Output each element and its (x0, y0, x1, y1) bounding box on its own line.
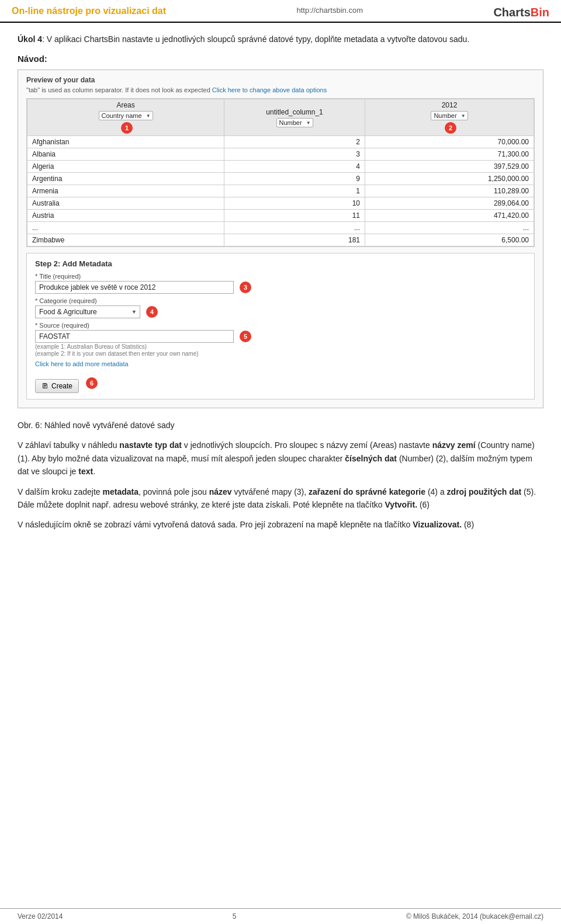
body-paragraph-3: V následujícím okně se zobrazí vámi vytv… (18, 518, 543, 531)
screenshot-box: Preview of your data "tab" is used as co… (18, 70, 543, 408)
table-cell: 181 (224, 234, 365, 246)
title-field-label: * Title (required) (35, 273, 526, 280)
source-field-label: * Source (required) (35, 322, 526, 329)
bold-3: číselných dat (345, 454, 397, 463)
preview-notice: "tab" is used as column separator. If it… (26, 86, 535, 93)
category-value: Food & Agriculture (39, 308, 97, 316)
category-input-wrap: Food & Agriculture 4 (35, 305, 526, 318)
table-cell: Afghanistan (27, 136, 224, 148)
table-cell: 289,064.00 (365, 197, 534, 210)
table-cell: 397,529.00 (365, 161, 534, 173)
bold-4: text (78, 467, 93, 476)
table-cell: 471,420.00 (365, 210, 534, 222)
bold-6: název (209, 487, 232, 496)
table-cell: 1,250,000.00 (365, 173, 534, 185)
preview-title: Preview of your data (26, 76, 535, 84)
bold-5: metadata (103, 487, 138, 496)
table-cell: ... (365, 222, 534, 234)
source-input[interactable]: FAOSTAT (35, 330, 234, 343)
col-2012-name: 2012 (442, 101, 458, 109)
header-title: On-line nástroje pro vizualizaci dat (12, 6, 166, 16)
table-cell: Argentina (27, 173, 224, 185)
task-label: Úkol 4 (18, 34, 42, 44)
table-cell: Australia (27, 197, 224, 210)
table-cell: 6,500.00 (365, 234, 534, 246)
bold-2: názvy zemí (432, 440, 476, 450)
data-table-wrap: Areas Country name 1 untitled_column_1 N… (26, 98, 535, 247)
table-row: Algeria4397,529.00 (27, 161, 534, 173)
table-cell: Algeria (27, 161, 224, 173)
table-cell: 4 (224, 161, 365, 173)
col-2012-type-select[interactable]: Number (431, 111, 468, 120)
source-hint1: (example 1: Australian Bureau of Statist… (35, 343, 526, 350)
table-cell: 1 (224, 185, 365, 197)
col-untitled-name: untitled_column_1 (266, 108, 323, 116)
col-areas-name: Areas (116, 101, 134, 109)
table-row: Armenia1110,289.00 (27, 185, 534, 197)
task-description: Úkol 4: V aplikaci ChartsBin nastavte u … (18, 33, 543, 46)
col-untitled-header: untitled_column_1 Number (224, 99, 365, 136)
main-content: Úkol 4: V aplikaci ChartsBin nastavte u … (0, 23, 561, 550)
task-text: : V aplikaci ChartsBin nastavte u jednot… (42, 34, 469, 44)
create-label: Create (51, 382, 72, 390)
table-cell: 11 (224, 210, 365, 222)
create-icon: 🖹 (41, 382, 49, 390)
table-cell: Albania (27, 148, 224, 161)
badge-6: 6 (86, 377, 98, 389)
footer-version: Verze 02/2014 (18, 912, 63, 920)
data-table: Areas Country name 1 untitled_column_1 N… (27, 99, 534, 246)
caption-content: Obr. 6: Náhled nově vytvářené datové sad… (18, 421, 175, 430)
change-options-link[interactable]: Click here to change above data options (212, 86, 327, 93)
table-row: Albania371,300.00 (27, 148, 534, 161)
table-cell: 2 (224, 136, 365, 148)
table-cell: ... (27, 222, 224, 234)
step2-box: Step 2: Add Metadata * Title (required) … (26, 253, 535, 400)
charts-text: Charts (493, 6, 530, 19)
source-field-row: * Source (required) FAOSTAT 5 (example 1… (35, 322, 526, 357)
badge-5: 5 (240, 331, 251, 342)
col-areas-type-select[interactable]: Country name (99, 111, 153, 120)
title-input-wrap: Produkce jablek ve světě v roce 2012 3 (35, 281, 526, 294)
title-field-row: * Title (required) Produkce jablek ve sv… (35, 273, 526, 294)
table-cell: ... (224, 222, 365, 234)
table-row: Argentina91,250,000.00 (27, 173, 534, 185)
table-cell: 9 (224, 173, 365, 185)
col-2012-header: 2012 Number 2 (365, 99, 534, 136)
add-metadata-link[interactable]: Click here to add more metadata (35, 360, 526, 367)
table-row: Zimbabwe1816,500.00 (27, 234, 534, 246)
category-select[interactable]: Food & Agriculture (35, 305, 140, 318)
table-cell: 3 (224, 148, 365, 161)
table-row: ......... (27, 222, 534, 234)
title-input[interactable]: Produkce jablek ve světě v roce 2012 (35, 281, 234, 294)
table-row: Australia10289,064.00 (27, 197, 534, 210)
badge-3: 3 (240, 282, 251, 293)
col-areas-header: Areas Country name 1 (27, 99, 224, 136)
header-url: http://chartsbin.com (297, 6, 363, 15)
header-highlight: On-line nástroje pro vizualizaci dat (12, 6, 166, 16)
badge-2: 2 (445, 122, 456, 134)
create-button[interactable]: 🖹 Create (35, 379, 79, 393)
notice-text: "tab" is used as column separator. If it… (26, 86, 212, 93)
footer-page: 5 (233, 912, 237, 920)
badge-1: 1 (121, 122, 133, 134)
body-paragraph-1: V záhlaví tabulky v náhledu nastavte typ… (18, 439, 543, 478)
footer-copyright: © Miloš Bukáček, 2014 (bukacek@email.cz) (406, 912, 543, 920)
bold-7: zařazení do správné kategorie (309, 487, 425, 496)
header-brand: ChartsBin (493, 6, 549, 19)
caption-text: Obr. 6: Náhled nově vytvářené datové sad… (18, 419, 543, 432)
page-header: On-line nástroje pro vizualizaci dat htt… (0, 0, 561, 23)
table-cell: 10 (224, 197, 365, 210)
bold-9: Vytvořit. (385, 500, 418, 509)
col-untitled-type-select[interactable]: Number (276, 118, 313, 127)
category-field-label: * Categorie (required) (35, 297, 526, 304)
table-cell: 110,289.00 (365, 185, 534, 197)
table-row: Afghanistan270,000.00 (27, 136, 534, 148)
table-row: Austria11471,420.00 (27, 210, 534, 222)
bin-text: Bin (531, 6, 549, 19)
page-footer: Verze 02/2014 5 © Miloš Bukáček, 2014 (b… (0, 908, 561, 924)
step2-title: Step 2: Add Metadata (35, 259, 526, 268)
table-cell: 70,000.00 (365, 136, 534, 148)
body-paragraph-2: V dalším kroku zadejte metadata, povinná… (18, 485, 543, 512)
navod-label: Návod: (18, 54, 543, 64)
category-field-row: * Categorie (required) Food & Agricultur… (35, 297, 526, 318)
